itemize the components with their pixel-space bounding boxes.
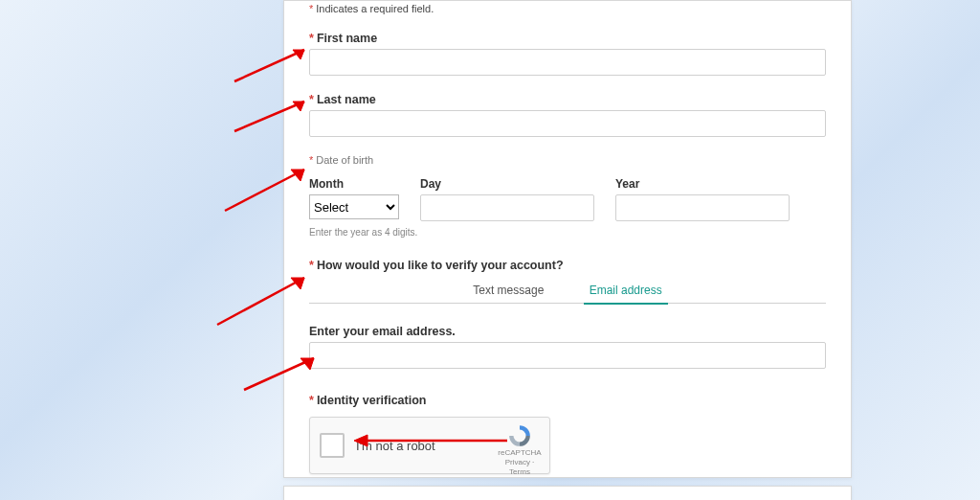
first-name-label: *First name bbox=[309, 32, 826, 45]
tab-text-message[interactable]: Text message bbox=[467, 284, 549, 303]
day-label: Day bbox=[420, 177, 594, 191]
recaptcha-checkbox[interactable] bbox=[320, 433, 345, 458]
verify-question: *How would you like to verify your accou… bbox=[309, 259, 826, 272]
email-label: Enter your email address. bbox=[309, 325, 826, 338]
recaptcha-icon bbox=[507, 423, 532, 448]
recaptcha-logo: reCAPTCHA Privacy · Terms bbox=[496, 423, 544, 477]
required-hint: *Indicates a required field. bbox=[309, 3, 826, 14]
day-input[interactable] bbox=[420, 194, 594, 221]
month-label: Month bbox=[309, 177, 399, 191]
form-card: *Indicates a required field. *First name… bbox=[283, 0, 852, 478]
first-name-input[interactable] bbox=[309, 49, 826, 76]
last-name-input[interactable] bbox=[309, 110, 826, 137]
year-hint: Enter the year as 4 digits. bbox=[309, 227, 826, 238]
tab-email-address[interactable]: Email address bbox=[584, 284, 668, 305]
verify-tabs: Text message Email address bbox=[309, 284, 826, 304]
next-card-peek bbox=[283, 486, 852, 500]
recaptcha-text: I'm not a robot bbox=[356, 439, 435, 453]
identity-label: *Identity verification bbox=[309, 394, 826, 407]
year-label: Year bbox=[615, 177, 790, 191]
recaptcha-widget[interactable]: I'm not a robot reCAPTCHA Privacy · Term… bbox=[309, 417, 550, 474]
last-name-label: *Last name bbox=[309, 93, 826, 106]
month-select[interactable]: Select bbox=[309, 194, 399, 219]
email-input[interactable] bbox=[309, 342, 826, 369]
dob-label: *Date of birth bbox=[309, 154, 826, 166]
year-input[interactable] bbox=[615, 194, 790, 221]
